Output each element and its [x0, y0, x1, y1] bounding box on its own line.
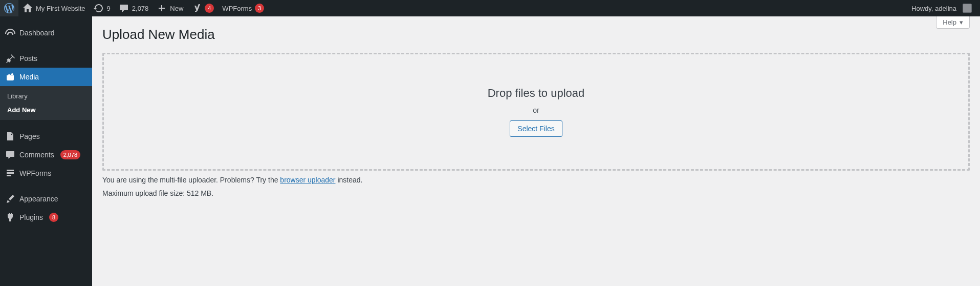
dashboard-icon	[5, 28, 15, 38]
site-name-label: My First Website	[36, 5, 85, 12]
comments-badge: 2,078	[60, 150, 81, 159]
note-prefix: You are using the multi-file uploader. P…	[102, 176, 280, 184]
select-files-button[interactable]: Select Files	[510, 120, 562, 137]
menu-appearance[interactable]: Appearance	[0, 190, 92, 208]
browser-uploader-link[interactable]: browser uploader	[280, 176, 335, 184]
screen-meta-links: Help ▾	[936, 16, 970, 29]
comments-count: 2,078	[132, 5, 149, 12]
menu-posts[interactable]: Posts	[0, 49, 92, 68]
drop-instructions: Drop files to upload	[488, 87, 585, 100]
wpforms-link[interactable]: WPForms 3	[218, 0, 268, 16]
admin-bar: My First Website 9 2,078 New 4	[0, 0, 980, 16]
max-upload-size: Maximum upload file size: 512 MB.	[102, 189, 970, 197]
menu-media-label: Media	[19, 73, 39, 81]
brush-icon	[5, 194, 15, 204]
updates-count: 9	[107, 5, 111, 12]
form-icon	[5, 168, 15, 178]
admin-menu: Dashboard Posts Media Library Add New Pa…	[0, 16, 92, 286]
upload-dropzone[interactable]: Drop files to upload or Select Files	[102, 53, 970, 171]
plus-icon	[157, 3, 167, 13]
wpforms-badge: 3	[255, 4, 264, 13]
comments-link[interactable]: 2,078	[115, 0, 153, 16]
updates-link[interactable]: 9	[90, 0, 115, 16]
menu-appearance-label: Appearance	[19, 195, 58, 203]
menu-comments-label: Comments	[19, 151, 54, 159]
wordpress-icon	[4, 3, 14, 13]
drop-or-label: or	[533, 106, 539, 114]
menu-wpforms[interactable]: WPForms	[0, 164, 92, 182]
submenu-library[interactable]: Library	[0, 89, 92, 103]
menu-pages-label: Pages	[19, 132, 40, 140]
chevron-down-icon: ▾	[960, 18, 963, 26]
menu-media-submenu: Library Add New	[0, 86, 92, 120]
help-label: Help	[943, 18, 956, 26]
menu-plugins-label: Plugins	[19, 213, 43, 221]
yoast-badge: 4	[205, 4, 214, 13]
my-account-link[interactable]: Howdy, adelina	[907, 0, 976, 16]
content-area: Help ▾ Upload New Media Drop files to up…	[92, 0, 980, 286]
wordpress-logo[interactable]	[0, 0, 18, 16]
media-icon	[5, 72, 15, 82]
submenu-add-new[interactable]: Add New	[0, 103, 92, 117]
menu-pages[interactable]: Pages	[0, 127, 92, 146]
yoast-icon	[191, 3, 202, 13]
uploader-note: You are using the multi-file uploader. P…	[102, 176, 970, 184]
plugins-badge: 8	[49, 213, 58, 222]
wpforms-label: WPForms	[222, 5, 252, 12]
menu-media[interactable]: Media	[0, 68, 92, 86]
menu-wpforms-label: WPForms	[19, 169, 51, 177]
pin-icon	[5, 53, 15, 64]
new-label: New	[170, 5, 183, 12]
plugin-icon	[5, 212, 15, 222]
site-name-link[interactable]: My First Website	[18, 0, 90, 16]
comment-icon	[119, 3, 129, 13]
new-content-link[interactable]: New	[153, 0, 187, 16]
menu-dashboard-label: Dashboard	[19, 29, 55, 37]
help-tab[interactable]: Help ▾	[936, 16, 970, 29]
page-title: Upload New Media	[102, 16, 970, 48]
home-icon	[23, 3, 33, 13]
avatar	[963, 4, 972, 13]
page-icon	[5, 131, 15, 141]
menu-comments[interactable]: Comments 2,078	[0, 146, 92, 164]
howdy-label: Howdy, adelina	[911, 5, 956, 12]
note-suffix: instead.	[336, 176, 363, 184]
update-icon	[94, 3, 104, 13]
menu-dashboard[interactable]: Dashboard	[0, 24, 92, 42]
menu-plugins[interactable]: Plugins 8	[0, 208, 92, 227]
yoast-link[interactable]: 4	[187, 0, 218, 16]
menu-posts-label: Posts	[19, 54, 37, 63]
comments-icon	[5, 150, 15, 160]
